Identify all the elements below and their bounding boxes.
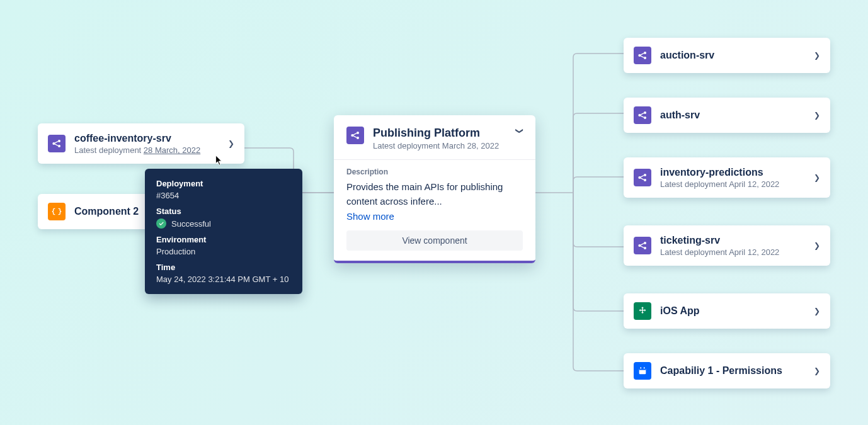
tooltip-time-value: May 24, 2022 3:21:44 PM GMT + 10: [156, 275, 291, 284]
svg-point-17: [644, 247, 646, 249]
svg-point-2: [58, 145, 60, 147]
calendar-icon: [634, 362, 651, 380]
description-label: Description: [346, 167, 523, 176]
deployment-tooltip: Deployment #3654 Status Successful Envir…: [145, 169, 302, 294]
node-title: Capabiliy 1 - Permissions: [660, 365, 806, 377]
node-subtitle: Latest deployment April 12, 2022: [660, 179, 806, 189]
svg-point-4: [357, 132, 359, 134]
node-publishing-platform[interactable]: Publishing Platform Latest deployment Ma…: [334, 115, 535, 263]
check-circle-icon: [156, 218, 166, 229]
description-text: Provides the main APIs for publishing co…: [346, 180, 523, 208]
chevron-right-icon: ❯: [814, 173, 820, 182]
tooltip-environment-label: Environment: [156, 235, 291, 244]
tooltip-time-label: Time: [156, 263, 291, 272]
center-subtitle: Latest deployment March 28, 2022: [373, 141, 509, 150]
node-subtitle: Latest deployment 28 March, 2022: [74, 145, 220, 155]
svg-rect-20: [641, 367, 641, 369]
chevron-right-icon: ❯: [814, 51, 820, 60]
svg-point-13: [644, 174, 646, 176]
node-title: inventory-predictions: [660, 166, 806, 178]
share-icon: [634, 47, 651, 64]
svg-point-14: [644, 179, 646, 181]
share-icon: [634, 169, 651, 186]
chevron-right-icon: ❯: [814, 111, 820, 120]
svg-point-11: [644, 116, 646, 119]
node-subtitle: Latest deployment April 12, 2022: [660, 247, 806, 257]
svg-rect-21: [644, 367, 644, 369]
node-title: coffee-inventory-srv: [74, 132, 220, 144]
tooltip-status-row: Successful: [156, 218, 291, 229]
deployment-date-link[interactable]: 28 March, 2022: [144, 145, 200, 155]
chevron-right-icon: ❯: [814, 241, 820, 250]
svg-point-10: [644, 111, 646, 114]
share-icon: [48, 135, 66, 152]
app-icon: [634, 302, 651, 320]
node-inventory-predictions[interactable]: inventory-predictions Latest deployment …: [624, 157, 830, 198]
brackets-icon: [48, 203, 66, 220]
node-ticketing-srv[interactable]: ticketing-srv Latest deployment April 12…: [624, 225, 830, 266]
center-title: Publishing Platform: [373, 127, 509, 140]
chevron-right-icon: ❯: [228, 139, 234, 148]
share-icon: [634, 106, 651, 124]
node-title: iOS App: [660, 305, 806, 317]
view-component-button[interactable]: View component: [346, 230, 523, 251]
svg-point-1: [58, 140, 60, 142]
node-title: auth-srv: [660, 109, 806, 121]
svg-point-8: [644, 57, 646, 59]
tooltip-status-label: Status: [156, 207, 291, 216]
svg-point-7: [644, 52, 646, 54]
tooltip-deployment-value: #3654: [156, 191, 291, 200]
tooltip-environment-value: Production: [156, 247, 291, 256]
node-ios-app[interactable]: iOS App ❯: [624, 293, 830, 329]
show-more-link[interactable]: Show more: [346, 211, 523, 222]
chevron-right-icon: ❯: [814, 366, 820, 375]
tooltip-deployment-label: Deployment: [156, 179, 291, 188]
node-title: ticketing-srv: [660, 234, 806, 246]
node-auth-srv[interactable]: auth-srv ❯: [624, 98, 830, 133]
svg-point-5: [357, 137, 359, 139]
svg-point-16: [644, 242, 646, 244]
node-coffee-inventory[interactable]: coffee-inventory-srv Latest deployment 2…: [38, 123, 244, 164]
chevron-down-icon[interactable]: ❯: [515, 128, 524, 134]
svg-rect-19: [639, 368, 646, 370]
share-icon: [346, 127, 364, 144]
mouse-cursor-icon: [215, 155, 224, 166]
share-icon: [634, 237, 651, 254]
node-title: auction-srv: [660, 49, 806, 61]
node-capability-permissions[interactable]: Capabiliy 1 - Permissions ❯: [624, 353, 830, 388]
node-auction-srv[interactable]: auction-srv ❯: [624, 38, 830, 73]
chevron-right-icon: ❯: [814, 307, 820, 315]
